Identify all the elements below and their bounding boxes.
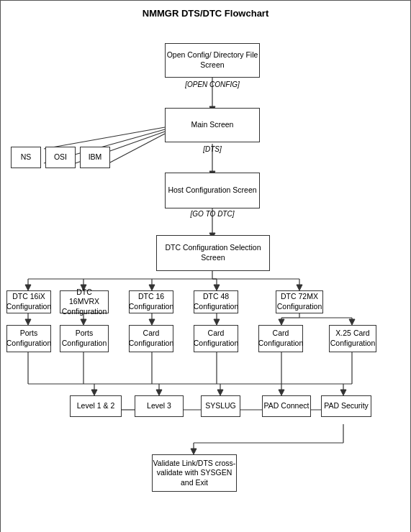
dtc-selection-box: DTC Configuration Selection Screen — [156, 235, 270, 271]
dtc72mx-box: DTC 72MX Configuration — [276, 290, 323, 313]
svg-marker-25 — [25, 319, 31, 325]
ibm-box: IBM — [80, 147, 110, 168]
padsecurity-box: PAD Security — [321, 395, 371, 417]
x25card-box: X.25 Card Configuration — [329, 325, 376, 352]
page-title: NMMGR DTS/DTC Flowchart — [1, 1, 410, 23]
svg-marker-20 — [214, 285, 220, 290]
dtc16mvrx-box: DTC 16MVRX Configuration — [60, 290, 109, 313]
card2-box: Card Configuration — [194, 325, 238, 352]
svg-marker-53 — [279, 390, 284, 395]
card1-box: Card Configuration — [129, 325, 173, 352]
svg-marker-55 — [340, 390, 346, 395]
open-config-box: Open Config/ Directory File Screen — [165, 43, 260, 78]
open-config-label: [OPEN CONFIG] — [165, 81, 260, 88]
svg-line-6 — [44, 127, 165, 149]
syslug-box: SYSLUG — [201, 395, 240, 417]
svg-marker-29 — [149, 319, 155, 325]
level3-box: Level 3 — [135, 395, 184, 417]
flowchart: Open Config/ Directory File Screen [OPEN… — [1, 23, 411, 532]
dtc48-box: DTC 48 Configuration — [194, 290, 238, 313]
svg-marker-27 — [81, 319, 86, 325]
svg-marker-47 — [91, 390, 97, 395]
dtc16x-box: DTC 16iX Configuration — [6, 290, 51, 313]
svg-marker-49 — [156, 390, 162, 395]
svg-marker-31 — [214, 319, 220, 325]
svg-marker-17 — [149, 285, 155, 290]
svg-marker-51 — [217, 390, 223, 395]
ports2-box: Ports Configuration — [60, 325, 109, 352]
ports1-box: Ports Configuration — [6, 325, 51, 352]
main-screen-box: Main Screen — [165, 108, 260, 142]
osi-box: OSI — [45, 147, 76, 168]
host-config-box: Host Configuration Screen — [165, 173, 260, 208]
padconnect-box: PAD Connect — [262, 395, 311, 417]
svg-line-9 — [109, 134, 165, 163]
level12-box: Level 1 & 2 — [70, 395, 122, 417]
go-to-dtc-label: [GO TO DTC] — [165, 210, 260, 218]
svg-marker-13 — [25, 285, 31, 290]
ns-box: NS — [11, 147, 41, 168]
dtc16-box: DTC 16 Configuration — [129, 290, 173, 313]
svg-marker-22 — [297, 285, 302, 290]
page: NMMGR DTS/DTC Flowchart — [0, 0, 411, 532]
svg-marker-38 — [349, 319, 355, 325]
validate-box: Validate Link/DTS cross-validate with SY… — [152, 454, 237, 492]
card3-box: Card Configuration — [258, 325, 303, 352]
dts-label: [DTS] — [165, 145, 260, 153]
svg-marker-67 — [191, 449, 197, 454]
svg-marker-35 — [279, 319, 284, 325]
